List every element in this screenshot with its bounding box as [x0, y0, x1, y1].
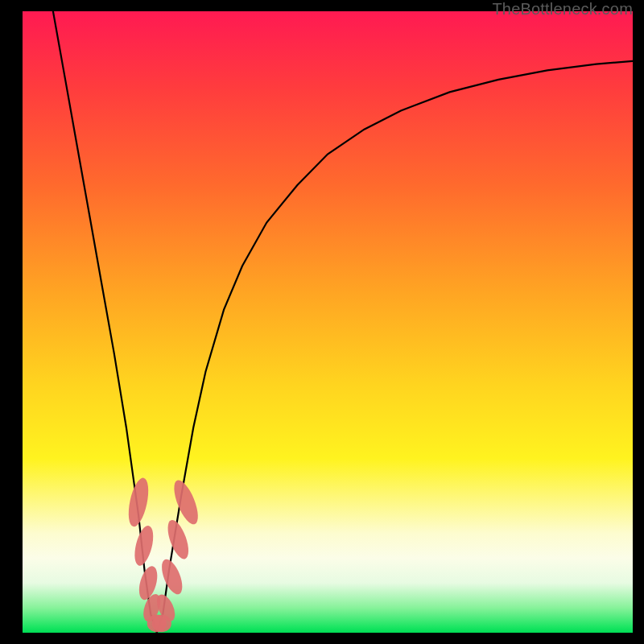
chart-frame: TheBottleneck.com [0, 0, 644, 644]
series-marker [163, 518, 192, 562]
marker-cluster-group [125, 476, 203, 632]
series-marker [125, 476, 152, 528]
watermark-text: TheBottleneck.com [492, 0, 633, 19]
series-marker [169, 477, 203, 527]
series-marker [158, 556, 187, 597]
bottleneck-chart-svg [23, 11, 633, 633]
series-marker [131, 524, 157, 568]
plot-area [23, 11, 633, 633]
